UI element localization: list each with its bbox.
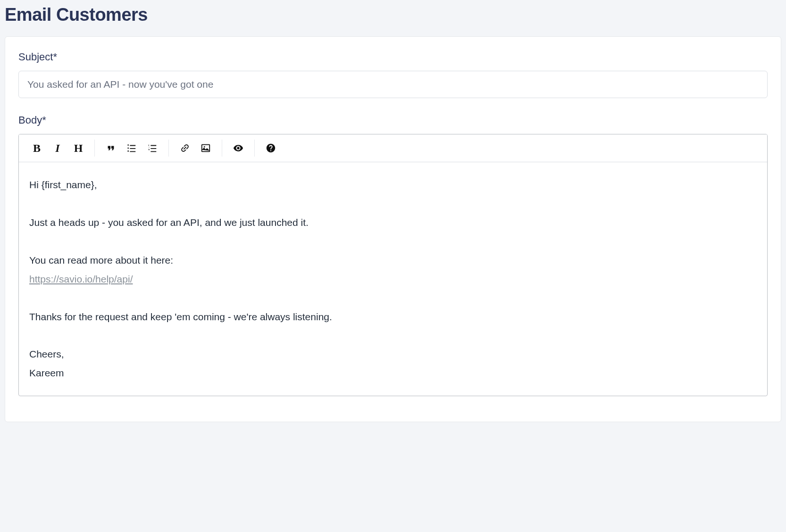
editor-toolbar: B I H	[19, 134, 767, 162]
subject-label: Subject*	[18, 51, 768, 63]
toolbar-divider	[222, 140, 222, 157]
body-line-2: You can read more about it here:	[29, 255, 173, 266]
heading-button[interactable]: H	[68, 139, 89, 157]
email-form-card: Subject* Body* B I H	[5, 36, 781, 422]
italic-icon: I	[55, 142, 59, 154]
bold-button[interactable]: B	[26, 139, 47, 157]
ordered-list-icon	[147, 143, 158, 153]
body-greeting: Hi {first_name},	[29, 175, 757, 194]
rich-text-editor: B I H	[18, 134, 768, 396]
bold-icon: B	[33, 142, 41, 154]
unordered-list-button[interactable]	[121, 139, 142, 157]
toolbar-divider	[168, 140, 169, 157]
quote-button[interactable]	[100, 139, 121, 157]
toolbar-group-help	[257, 139, 285, 157]
italic-button[interactable]: I	[47, 139, 68, 157]
preview-button[interactable]	[228, 139, 249, 157]
link-icon	[180, 143, 190, 153]
page-title: Email Customers	[5, 5, 781, 25]
eye-icon	[233, 143, 243, 153]
body-link-paragraph: You can read more about it here: https:/…	[29, 251, 757, 289]
toolbar-group-view	[224, 139, 252, 157]
help-icon	[266, 143, 276, 153]
editor-body[interactable]: Hi {first_name}, Just a heads up - you a…	[19, 162, 767, 396]
link-button[interactable]	[175, 139, 195, 157]
body-link[interactable]: https://savio.io/help/api/	[29, 274, 133, 284]
toolbar-group-insert	[171, 139, 220, 157]
toolbar-divider	[254, 140, 255, 157]
image-icon	[201, 143, 211, 153]
body-label: Body*	[18, 114, 768, 126]
toolbar-group-text: B I H	[23, 139, 92, 157]
svg-point-1	[204, 146, 205, 148]
subject-field-group: Subject*	[18, 51, 768, 98]
body-line-1: Just a heads up - you asked for an API, …	[29, 213, 757, 232]
subject-input[interactable]	[18, 71, 768, 98]
help-button[interactable]	[260, 139, 281, 157]
image-button[interactable]	[195, 139, 216, 157]
quote-icon	[106, 143, 116, 153]
body-line-3: Thanks for the request and keep 'em comi…	[29, 308, 757, 326]
toolbar-group-block	[97, 139, 167, 157]
heading-icon: H	[74, 142, 83, 154]
unordered-list-icon	[126, 143, 137, 153]
body-field-group: Body* B I H	[18, 114, 768, 396]
toolbar-divider	[94, 140, 95, 157]
ordered-list-button[interactable]	[142, 139, 163, 157]
body-closing-1: Cheers,	[29, 349, 64, 359]
body-closing: Cheers, Kareem	[29, 345, 757, 382]
body-closing-2: Kareem	[29, 367, 64, 378]
